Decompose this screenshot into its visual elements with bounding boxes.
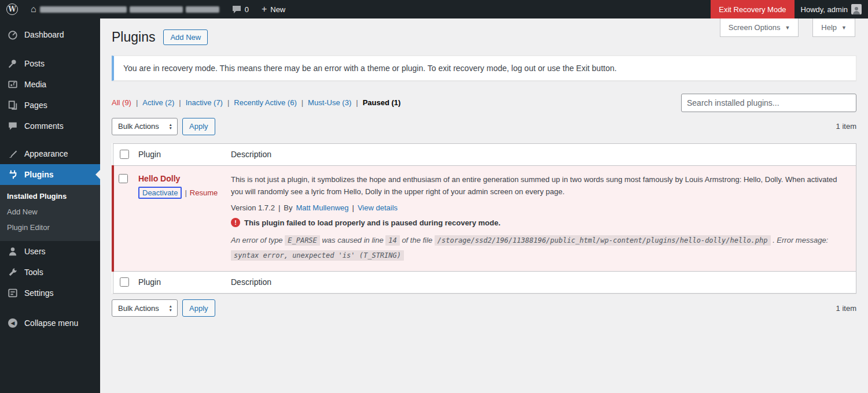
search-plugins-input[interactable] bbox=[681, 94, 856, 112]
recovery-mode-notice: You are in recovery mode. This means the… bbox=[112, 55, 856, 81]
wordpress-logo-icon: W bbox=[6, 3, 18, 15]
filter-separator: | bbox=[136, 98, 138, 107]
collapse-menu-label: Collapse menu bbox=[24, 318, 78, 328]
table-header-row: Plugin Description bbox=[113, 143, 856, 165]
bulk-actions-row-bottom: Bulk Actions ▲▼ Apply 1 item bbox=[112, 299, 856, 317]
exit-recovery-mode-button[interactable]: Exit Recovery Mode bbox=[711, 0, 794, 18]
view-details-link[interactable]: View details bbox=[358, 203, 398, 212]
bulk-actions-select[interactable]: Bulk Actions bbox=[112, 118, 178, 135]
home-icon: ⌂ bbox=[31, 5, 36, 14]
plugin-error-detail: An error of type E_PARSE was caused in l… bbox=[231, 233, 850, 263]
admin-sidebar: Dashboard Posts Media Pages Comments App… bbox=[0, 18, 100, 393]
sidebar-item-label: Appearance bbox=[24, 149, 68, 158]
avatar bbox=[851, 4, 862, 14]
sidebar-item-label: Dashboard bbox=[24, 30, 64, 39]
apply-button[interactable]: Apply bbox=[182, 299, 215, 317]
screen-options-button[interactable]: Screen Options ▼ bbox=[720, 18, 799, 37]
deactivate-link[interactable]: Deactivate bbox=[138, 187, 182, 199]
new-content-button[interactable]: + New bbox=[255, 0, 292, 18]
plugin-version: Version 1.7.2 bbox=[231, 203, 275, 212]
filter-recently-active[interactable]: Recently Active (6) bbox=[234, 98, 296, 107]
pages-icon bbox=[7, 99, 19, 111]
comments-bubble-menu[interactable]: 0 bbox=[226, 0, 255, 18]
sidebar-item-plugins[interactable]: Plugins bbox=[0, 164, 100, 185]
select-plugin-checkbox[interactable] bbox=[119, 174, 128, 183]
plugin-author-link[interactable]: Matt Mullenweg bbox=[296, 203, 348, 212]
error-message-code: syntax error, unexpected 'is' (T_STRING) bbox=[231, 250, 404, 261]
select-all-checkbox[interactable] bbox=[120, 150, 129, 159]
chevron-down-icon: ▼ bbox=[785, 25, 790, 31]
column-header-description: Description bbox=[225, 272, 856, 294]
meta-separator: | bbox=[352, 203, 354, 212]
comment-bubble-icon bbox=[232, 5, 241, 14]
submenu-installed-plugins[interactable]: Installed Plugins bbox=[0, 188, 100, 204]
action-separator: | bbox=[185, 188, 186, 197]
site-menu[interactable]: ⌂ bbox=[24, 0, 226, 18]
items-count: 1 item bbox=[836, 304, 856, 313]
select-all-checkbox[interactable] bbox=[120, 277, 129, 287]
filter-must-use[interactable]: Must-Use (3) bbox=[308, 98, 351, 107]
plus-icon: + bbox=[262, 5, 267, 14]
plugin-icon bbox=[7, 169, 19, 180]
help-button[interactable]: Help ▼ bbox=[812, 18, 855, 37]
sidebar-item-pages[interactable]: Pages bbox=[0, 95, 100, 116]
plugin-row-hello-dolly: Hello Dolly Deactivate | Resume This is … bbox=[113, 165, 856, 272]
comments-icon bbox=[7, 120, 19, 132]
filter-all[interactable]: All (9) bbox=[112, 98, 131, 107]
howdy-label: Howdy, admin bbox=[801, 5, 848, 14]
plugin-status-filters: All (9) | Active (2) | Inactive (7) | Re… bbox=[112, 98, 400, 107]
plugins-submenu: Installed Plugins Add New Plugin Editor bbox=[0, 185, 100, 241]
error-text: . Error message: bbox=[773, 236, 828, 244]
sidebar-item-tools[interactable]: Tools bbox=[0, 262, 100, 283]
sidebar-item-dashboard[interactable]: Dashboard bbox=[0, 24, 100, 45]
plugin-row-actions: Deactivate | Resume bbox=[138, 187, 219, 199]
plugin-meta: Version 1.7.2 | By Matt Mullenweg | View… bbox=[231, 203, 850, 212]
site-name-redacted bbox=[40, 6, 219, 13]
sidebar-item-comments[interactable]: Comments bbox=[0, 116, 100, 136]
sidebar-item-appearance[interactable]: Appearance bbox=[0, 143, 100, 164]
sidebar-item-label: Posts bbox=[24, 59, 45, 68]
sidebar-item-label: Media bbox=[24, 80, 46, 89]
sidebar-item-posts[interactable]: Posts bbox=[0, 53, 100, 74]
error-file-code: /storage/ssd2/196/11388196/public_html/w… bbox=[435, 235, 771, 246]
sidebar-item-media[interactable]: Media bbox=[0, 74, 100, 95]
sidebar-item-settings[interactable]: Settings bbox=[0, 283, 100, 303]
plugin-description: This is not just a plugin, it symbolizes… bbox=[231, 174, 850, 198]
sidebar-item-label: Plugins bbox=[24, 170, 54, 179]
items-count: 1 item bbox=[836, 122, 856, 131]
submenu-plugin-editor[interactable]: Plugin Editor bbox=[0, 220, 100, 235]
filters-row: All (9) | Active (2) | Inactive (7) | Re… bbox=[112, 94, 856, 112]
sidebar-item-label: Settings bbox=[24, 288, 54, 298]
filter-inactive[interactable]: Inactive (7) bbox=[186, 98, 223, 107]
sidebar-item-label: Pages bbox=[24, 101, 47, 110]
resume-link[interactable]: Resume bbox=[190, 188, 218, 197]
main-content: Screen Options ▼ Help ▼ Plugins Add New … bbox=[100, 18, 868, 393]
column-header-plugin: Plugin bbox=[133, 143, 225, 165]
filter-separator: | bbox=[301, 98, 303, 107]
screen-options-label: Screen Options bbox=[729, 23, 781, 32]
apply-button[interactable]: Apply bbox=[182, 118, 215, 135]
account-menu[interactable]: Howdy, admin bbox=[795, 0, 868, 18]
add-new-plugin-button[interactable]: Add New bbox=[163, 29, 208, 45]
media-icon bbox=[7, 79, 19, 90]
admin-bar: W ⌂ 0 + New Exit Recovery Mode Howdy, ad… bbox=[0, 0, 868, 18]
by-label: By bbox=[284, 203, 292, 212]
meta-separator: | bbox=[278, 203, 280, 212]
error-text: was caused in line bbox=[322, 236, 383, 244]
submenu-add-new[interactable]: Add New bbox=[0, 204, 100, 220]
column-header-plugin: Plugin bbox=[133, 272, 225, 294]
comments-count: 0 bbox=[245, 5, 249, 14]
wordpress-logo-menu[interactable]: W bbox=[0, 0, 24, 18]
filter-paused[interactable]: Paused (1) bbox=[363, 98, 401, 107]
new-label: New bbox=[270, 5, 285, 14]
error-text: An error of type bbox=[231, 236, 283, 244]
collapse-menu-button[interactable]: ◀ Collapse menu bbox=[0, 313, 100, 333]
plugin-name-link[interactable]: Hello Dolly bbox=[138, 174, 180, 183]
page-title: Plugins bbox=[112, 29, 155, 46]
column-header-description: Description bbox=[225, 143, 856, 165]
bulk-actions-select[interactable]: Bulk Actions bbox=[112, 299, 178, 317]
error-type-code: E_PARSE bbox=[285, 235, 320, 246]
sidebar-item-users[interactable]: Users bbox=[0, 241, 100, 262]
user-silhouette-icon bbox=[852, 6, 861, 14]
filter-active[interactable]: Active (2) bbox=[142, 98, 174, 107]
